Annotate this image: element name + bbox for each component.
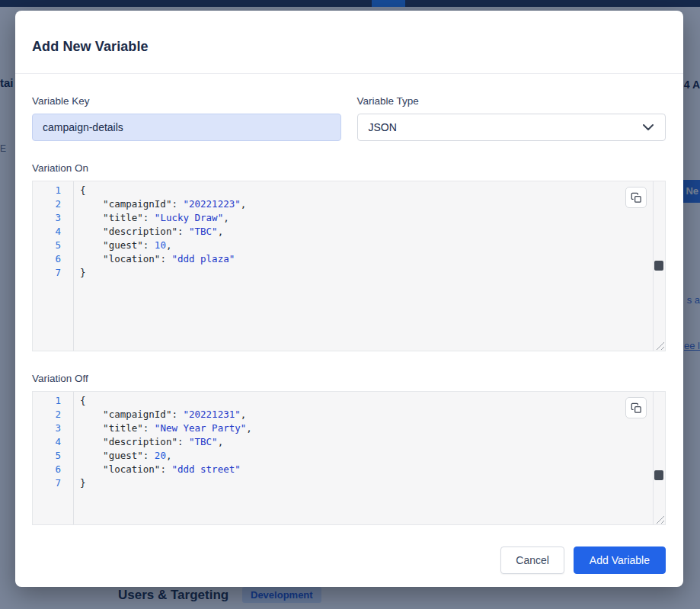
variation-off-label: Variation Off	[32, 373, 666, 384]
line-number: 5	[33, 449, 61, 463]
line-number: 2	[33, 408, 61, 421]
variable-type-label: Variable Type	[357, 95, 666, 107]
variation-off-section: Variation Off 1234567 { "campaignId": "2…	[32, 373, 666, 525]
modal-footer: Cancel Add Variable	[15, 546, 683, 587]
code-line[interactable]: "description": "TBC",	[80, 225, 665, 239]
code-line[interactable]: {	[80, 184, 665, 197]
code-line[interactable]: "title": "New Year Party",	[80, 421, 665, 435]
copy-icon	[631, 402, 642, 414]
line-number: 2	[33, 197, 61, 211]
scrollbar-track-line	[653, 181, 654, 351]
modal-title: Add New Variable	[32, 39, 666, 55]
line-number: 7	[33, 266, 61, 280]
copy-button[interactable]	[625, 187, 647, 208]
chevron-down-icon	[643, 124, 654, 130]
line-number: 1	[33, 394, 61, 408]
code-line[interactable]: }	[80, 476, 665, 490]
screen: tai E 4 A Ne s a ee l Users & Targeting …	[0, 0, 700, 609]
line-numbers-gutter: 1234567	[33, 392, 74, 524]
variable-type-select[interactable]: JSON	[357, 114, 666, 141]
code-content[interactable]: { "campaignId": "20221223", "title": "Lu…	[74, 181, 665, 351]
line-number: 6	[33, 252, 61, 266]
code-content[interactable]: { "campaignId": "20221231", "title": "Ne…	[74, 392, 665, 524]
code-line[interactable]: "campaignId": "20221231",	[80, 408, 665, 421]
line-numbers-gutter: 1234567	[33, 181, 74, 351]
code-line[interactable]: "guest": 20,	[80, 449, 665, 463]
code-line[interactable]: }	[80, 266, 665, 280]
copy-button[interactable]	[625, 397, 647, 418]
cancel-button[interactable]: Cancel	[500, 546, 564, 574]
scrollbar-thumb[interactable]	[654, 470, 663, 480]
code-line[interactable]: "campaignId": "20221223",	[80, 197, 665, 211]
line-number: 4	[33, 225, 61, 239]
code-line[interactable]: {	[80, 394, 665, 408]
add-variable-modal: Add New Variable Variable Key Variable T…	[15, 11, 683, 587]
code-line[interactable]: "location": "ddd street"	[80, 463, 665, 476]
line-number: 3	[33, 211, 61, 225]
variation-on-label: Variation On	[32, 162, 666, 174]
copy-icon	[631, 192, 642, 204]
variable-type-field: Variable Type JSON	[357, 95, 666, 141]
variation-off-editor[interactable]: 1234567 { "campaignId": "20221231", "tit…	[32, 391, 666, 525]
add-variable-button[interactable]: Add Variable	[574, 546, 666, 574]
variable-key-input[interactable]	[32, 114, 341, 141]
variation-on-section: Variation On 1234567 { "campaignId": "20…	[32, 162, 666, 351]
variable-type-value: JSON	[369, 121, 397, 133]
line-number: 4	[33, 435, 61, 449]
line-number: 1	[33, 184, 61, 197]
variable-key-field: Variable Key	[32, 95, 341, 141]
code-line[interactable]: "location": "ddd plaza"	[80, 252, 665, 266]
scrollbar-thumb[interactable]	[654, 261, 663, 271]
line-number: 7	[33, 476, 61, 490]
variable-key-label: Variable Key	[32, 95, 341, 107]
code-line[interactable]: "title": "Lucky Draw",	[80, 211, 665, 225]
line-number: 5	[33, 239, 61, 252]
line-number: 6	[33, 463, 61, 476]
modal-header: Add New Variable	[15, 11, 683, 73]
code-line[interactable]: "guest": 10,	[80, 239, 665, 252]
scrollbar-track-line	[653, 392, 654, 524]
field-row: Variable Key Variable Type JSON	[32, 95, 666, 141]
modal-body: Variable Key Variable Type JSON Variatio…	[15, 74, 683, 546]
code-line[interactable]: "description": "TBC",	[80, 435, 665, 449]
line-number: 3	[33, 421, 61, 435]
variation-on-editor[interactable]: 1234567 { "campaignId": "20221223", "tit…	[32, 181, 666, 351]
